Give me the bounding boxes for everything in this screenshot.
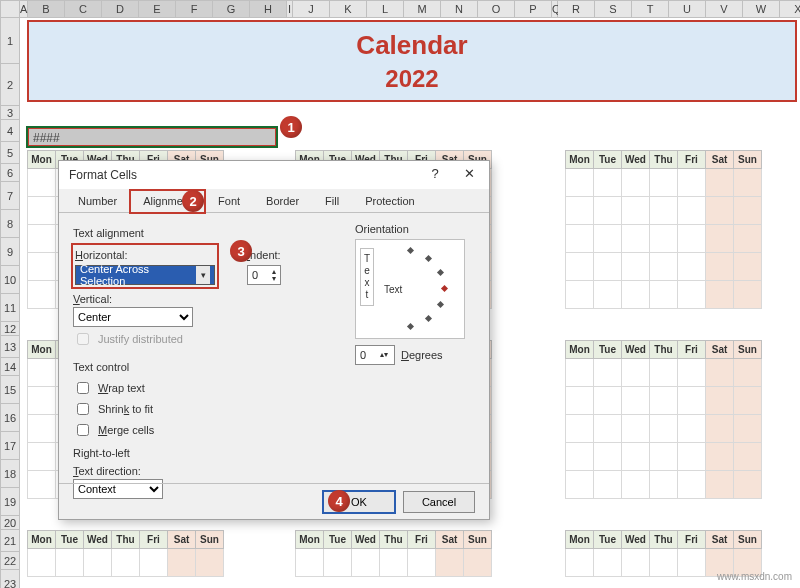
calendar-cell[interactable] [706,415,734,443]
calendar-cell[interactable] [650,253,678,281]
orientation-vertical-text[interactable]: Text [360,248,374,306]
calendar-cell[interactable] [28,197,56,225]
calendar-cell[interactable] [678,471,706,499]
calendar-cell[interactable] [28,253,56,281]
indent-spinner[interactable]: 0 ▴▾ [247,265,281,285]
cancel-button[interactable]: Cancel [403,491,475,513]
calendar-cell[interactable] [380,549,408,577]
calendar-cell[interactable] [594,549,622,577]
row-header-3[interactable]: 3 [0,106,20,120]
calendar-cell[interactable] [168,549,196,577]
row-header-9[interactable]: 9 [0,238,20,266]
calendar-cell[interactable] [622,549,650,577]
row-header-12[interactable]: 12 [0,322,20,336]
calendar-cell[interactable] [28,225,56,253]
column-header-d[interactable]: D [102,0,139,18]
calendar-cell[interactable] [622,253,650,281]
calendar-cell[interactable] [28,471,56,499]
calendar-cell[interactable] [352,549,380,577]
calendar-cell[interactable] [28,281,56,309]
calendar-cell[interactable] [28,415,56,443]
calendar-cell[interactable] [650,169,678,197]
calendar-cell[interactable] [734,471,762,499]
tab-border[interactable]: Border [253,190,312,213]
close-button[interactable]: ✕ [455,165,483,185]
calendar-cell[interactable] [706,253,734,281]
tab-protection[interactable]: Protection [352,190,428,213]
column-header-l[interactable]: L [367,0,404,18]
calendar-cell[interactable] [436,549,464,577]
calendar-cell[interactable] [706,281,734,309]
calendar-cell[interactable] [622,387,650,415]
calendar-cell[interactable] [650,387,678,415]
calendar-cell[interactable] [594,281,622,309]
row-header-6[interactable]: 6 [0,164,20,182]
calendar-cell[interactable] [622,197,650,225]
row-header-7[interactable]: 7 [0,182,20,210]
calendar-cell[interactable] [112,549,140,577]
calendar-cell[interactable] [408,549,436,577]
calendar-cell[interactable] [706,443,734,471]
tab-fill[interactable]: Fill [312,190,352,213]
calendar-cell[interactable] [566,471,594,499]
calendar-cell[interactable] [594,225,622,253]
calendar-cell[interactable] [566,415,594,443]
calendar-cell[interactable] [706,197,734,225]
shrink-to-fit-checkbox[interactable]: Shrink to fit [73,400,475,418]
calendar-cell[interactable] [650,443,678,471]
calendar-cell[interactable] [566,549,594,577]
column-header-m[interactable]: M [404,0,441,18]
calendar-cell[interactable] [734,387,762,415]
calendar-cell[interactable] [566,443,594,471]
column-header-v[interactable]: V [706,0,743,18]
calendar-cell[interactable] [650,197,678,225]
tab-number[interactable]: Number [65,190,130,213]
row-header-10[interactable]: 10 [0,266,20,294]
calendar-cell[interactable] [28,549,56,577]
row-header-23[interactable]: 23 [0,570,20,588]
wrap-text-checkbox[interactable]: Wrap text [73,379,475,397]
calendar-cell[interactable] [566,359,594,387]
calendar-cell[interactable] [28,359,56,387]
calendar-cell[interactable] [622,281,650,309]
calendar-cell[interactable] [296,549,324,577]
row-header-15[interactable]: 15 [0,376,20,404]
calendar-cell[interactable] [140,549,168,577]
calendar-cell[interactable] [706,225,734,253]
calendar-cell[interactable] [594,415,622,443]
calendar-cell[interactable] [566,253,594,281]
column-header-p[interactable]: P [515,0,552,18]
row-header-18[interactable]: 18 [0,460,20,488]
calendar-cell[interactable] [594,197,622,225]
calendar-cell[interactable] [566,169,594,197]
calendar-cell[interactable] [324,549,352,577]
calendar-cell[interactable] [734,359,762,387]
column-header-u[interactable]: U [669,0,706,18]
orientation-diagram[interactable]: Text Text [355,239,465,339]
calendar-cell[interactable] [28,169,56,197]
row-header-13[interactable]: 13 [0,336,20,358]
calendar-cell[interactable] [622,471,650,499]
column-header-g[interactable]: G [213,0,250,18]
select-all-corner[interactable] [0,0,20,18]
row-header-1[interactable]: 1 [0,18,20,64]
column-header-s[interactable]: S [595,0,632,18]
column-header-w[interactable]: W [743,0,780,18]
calendar-cell[interactable] [650,281,678,309]
column-header-t[interactable]: T [632,0,669,18]
calendar-cell[interactable] [734,415,762,443]
calendar-cell[interactable] [594,387,622,415]
column-header-x[interactable]: X [780,0,800,18]
column-header-r[interactable]: R [558,0,595,18]
row-header-21[interactable]: 21 [0,530,20,552]
row-header-20[interactable]: 20 [0,516,20,530]
calendar-cell[interactable] [678,387,706,415]
calendar-cell[interactable] [622,169,650,197]
calendar-cell[interactable] [678,169,706,197]
calendar-cell[interactable] [650,471,678,499]
spinner-buttons-icon[interactable]: ▴▾ [380,352,390,358]
calendar-cell[interactable] [622,443,650,471]
column-header-f[interactable]: F [176,0,213,18]
calendar-cell[interactable] [678,359,706,387]
selected-range-b5h5[interactable]: #### [27,127,277,147]
